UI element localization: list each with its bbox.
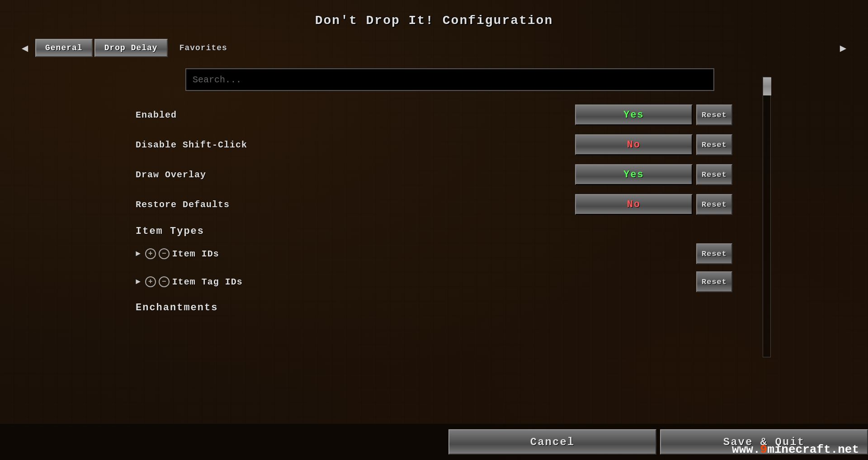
remove-item-ids-icon[interactable]: − xyxy=(159,248,170,259)
expandable-label-item-tag-ids: Item Tag IDs xyxy=(172,277,696,287)
reset-item-tag-ids[interactable]: Reset xyxy=(696,271,732,292)
tab-arrow-left[interactable]: ◀ xyxy=(18,37,32,59)
setting-controls-restore-defaults: No Reset xyxy=(575,194,732,215)
search-container xyxy=(136,68,732,91)
scrollbar-thumb[interactable] xyxy=(763,77,771,95)
tabs: General Drop Delay Favorites xyxy=(35,39,237,57)
tab-arrow-right[interactable]: ▶ xyxy=(836,37,850,59)
watermark-9: 9 xyxy=(760,443,768,456)
settings-list: Enabled Yes Reset Disable Shift-Click No… xyxy=(136,100,732,460)
setting-row-enabled: Enabled Yes Reset xyxy=(136,100,732,130)
page-title: Don't Drop It! Configuration xyxy=(315,14,553,28)
cancel-button[interactable]: Cancel xyxy=(448,429,656,455)
expandable-row-item-ids: ► + − Item IDs Reset xyxy=(136,240,732,268)
search-input[interactable] xyxy=(185,68,714,91)
bottom-bar: Cancel Save & Quit www. 9 minecraft .net xyxy=(0,424,868,460)
setting-label-restore-defaults: Restore Defaults xyxy=(136,199,575,210)
setting-label-draw-overlay: Draw Overlay xyxy=(136,170,575,180)
section-header-item-types: Item Types xyxy=(136,219,732,240)
scrollbar-track xyxy=(763,77,771,357)
reset-item-ids[interactable]: Reset xyxy=(696,243,732,264)
reset-draw-overlay[interactable]: Reset xyxy=(696,164,732,185)
section-header-enchantments: Enchantments xyxy=(136,296,732,316)
watermark-www: www. xyxy=(732,443,760,456)
setting-row-shift-click: Disable Shift-Click No Reset xyxy=(136,130,732,160)
tab-general[interactable]: General xyxy=(35,39,93,57)
setting-controls-item-ids: Reset xyxy=(696,243,732,264)
setting-controls-item-tag-ids: Reset xyxy=(696,271,732,292)
toggle-restore-defaults[interactable]: No xyxy=(575,194,693,215)
watermark-minecraft: minecraft xyxy=(767,443,830,456)
add-item-ids-icon[interactable]: + xyxy=(145,248,156,259)
watermark: www. 9 minecraft .net xyxy=(732,443,859,456)
screen: Don't Drop It! Configuration ◀ General D… xyxy=(0,0,868,460)
expandable-label-item-ids: Item IDs xyxy=(172,249,696,259)
reset-restore-defaults[interactable]: Reset xyxy=(696,194,732,215)
setting-row-draw-overlay: Draw Overlay Yes Reset xyxy=(136,160,732,190)
setting-label-enabled: Enabled xyxy=(136,110,575,120)
watermark-net: .net xyxy=(831,443,859,456)
setting-label-shift-click: Disable Shift-Click xyxy=(136,140,575,150)
reset-shift-click[interactable]: Reset xyxy=(696,134,732,155)
toggle-draw-overlay[interactable]: Yes xyxy=(575,164,693,185)
remove-item-tag-ids-icon[interactable]: − xyxy=(159,276,170,287)
expand-arrow-item-tag-ids[interactable]: ► xyxy=(136,277,141,286)
tab-bar: ◀ General Drop Delay Favorites ▶ xyxy=(0,37,868,59)
tab-favorites[interactable]: Favorites xyxy=(170,39,237,57)
expand-arrow-item-ids[interactable]: ► xyxy=(136,249,141,258)
content-area: Enabled Yes Reset Disable Shift-Click No… xyxy=(108,68,760,460)
reset-enabled[interactable]: Reset xyxy=(696,104,732,125)
tab-drop-delay[interactable]: Drop Delay xyxy=(94,39,168,57)
setting-controls-draw-overlay: Yes Reset xyxy=(575,164,732,185)
toggle-enabled[interactable]: Yes xyxy=(575,104,693,125)
expandable-row-item-tag-ids: ► + − Item Tag IDs Reset xyxy=(136,268,732,296)
setting-controls-shift-click: No Reset xyxy=(575,134,732,155)
toggle-shift-click[interactable]: No xyxy=(575,134,693,155)
setting-controls-enabled: Yes Reset xyxy=(575,104,732,125)
add-item-tag-ids-icon[interactable]: + xyxy=(145,276,156,287)
setting-row-restore-defaults: Restore Defaults No Reset xyxy=(136,190,732,219)
